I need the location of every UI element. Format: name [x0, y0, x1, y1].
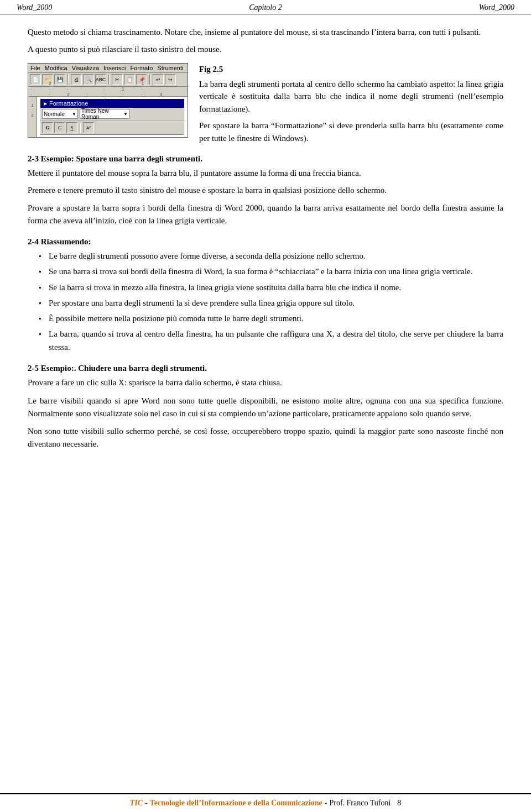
bullet-item-6: La barra, quando si trova al centro dell… [39, 328, 503, 354]
style-dropdown[interactable]: Normale ▼ [42, 109, 78, 119]
gcs-toolbar: G C S A² [40, 121, 184, 135]
section25-p3: Non sono tutte visibili sullo schermo pe… [28, 425, 503, 451]
page-container: Word_2000 Capitolo 2 Word_2000 Questo me… [0, 0, 531, 812]
section23-heading: 2-3 Esempio: Spostare una barra degli st… [28, 154, 503, 164]
header-right: Word_2000 [479, 3, 514, 12]
menu-file[interactable]: File [30, 65, 40, 71]
intro-p1: Questo metodo si chiama trascinamento. N… [28, 26, 503, 39]
ruler-vertical: · 1 · 2 [28, 97, 37, 137]
word-toolbar-sim: File Modifica Visualizza Inserisci Forma… [28, 63, 188, 138]
footer-dash1: - [145, 799, 148, 808]
figure-area: File Modifica Visualizza Inserisci Forma… [28, 63, 503, 144]
header-left: Word_2000 [17, 3, 52, 12]
ruler-area: · 2 · · · · 1 · · · · · · 1 · · · · 2 · … [28, 87, 188, 97]
menu-formato[interactable]: Formato [130, 65, 153, 71]
doc-content-area: ▶ Formattazione Normale ▼ Times Ne [37, 97, 188, 137]
blue-titlebar: ▶ Formattazione [40, 99, 184, 108]
btn-c[interactable]: C [54, 122, 65, 133]
titlebar-arrow: ▶ [44, 101, 47, 106]
menu-modifica[interactable]: Modifica [45, 65, 67, 71]
btn-s[interactable]: S [66, 122, 77, 133]
footer-dash2: - [325, 799, 327, 808]
page-footer: TIC - Tecnologie dell’Informazione e del… [0, 793, 531, 812]
bullet-item-3: Se la barra si trova in mezzo alla fines… [39, 281, 503, 294]
style-value: Normale [44, 111, 65, 117]
font-dropdown[interactable]: Times New Roman ▼ [80, 109, 129, 119]
section23-p3: Provare a spostare la barra sopra i bord… [28, 202, 503, 228]
footer-prof: Prof. Franco Tufoni [329, 799, 391, 808]
figure-caption: Fig 2.5 La barra degli strumenti portata… [199, 63, 503, 144]
bullet-item-4: Per spostare una barra degli strumenti l… [39, 297, 503, 310]
toolbar-menubar: File Modifica Visualizza Inserisci Forma… [28, 64, 188, 73]
gcs-sep [80, 123, 81, 133]
menu-strumenti[interactable]: Strumenti [157, 65, 183, 71]
section23-p2: Premere e tenere premuto il tasto sinist… [28, 184, 503, 197]
bullet-item-1: Le barre degli strumenti possono avere f… [39, 250, 503, 263]
titlebar-label: Formattazione [49, 100, 88, 107]
section25-p2: Le barre visibili quando si apre Word no… [28, 395, 503, 421]
intro-p2: A questo punto si può rilasciare il tast… [28, 43, 503, 56]
section25-p1: Provare a fare un clic sulla X: sparisce… [28, 376, 503, 389]
bullet-item-5: È possibile mettere nella posizione più … [39, 312, 503, 325]
fmt-toolbar-row: Normale ▼ Times New Roman ▼ [40, 108, 184, 121]
section25-heading-suffix: . [205, 364, 207, 373]
font-dd-arrow: ▼ [123, 112, 128, 117]
fig-label: Fig 2.5 [199, 63, 503, 76]
style-dd-arrow: ▼ [72, 112, 76, 117]
doc-area: · 1 · 2 ▶ Formattazione [28, 97, 188, 137]
figure-image: File Modifica Visualizza Inserisci Forma… [28, 63, 188, 138]
footer-bold-title: Tecnologie dell’Informazione e della Com… [150, 799, 322, 808]
section24-heading: 2-4 Riassumendo: [28, 237, 503, 247]
section25-heading-plain: 2-5 Esempio:. [28, 364, 78, 373]
menu-inserisci[interactable]: Inserisci [103, 65, 126, 71]
bullet-list: Le barre degli strumenti possono avere f… [39, 250, 503, 354]
section25-heading-bold: Chiudere una barra degli strumenti [78, 364, 205, 373]
header-center: Capitolo 2 [249, 3, 282, 12]
fig-caption-text2: Per spostare la barra “Formattazione” si… [199, 119, 503, 144]
footer-page: 8 [397, 799, 401, 808]
btn-extra1[interactable]: A² [83, 122, 94, 133]
font-value: Times New Roman [81, 108, 122, 120]
section23-p1: Mettere il puntatore del mouse sopra la … [28, 167, 503, 180]
fig-caption-text: La barra degli strumenti portata al cent… [199, 78, 503, 116]
section25-heading: 2-5 Esempio:. Chiudere una barra degli s… [28, 364, 503, 373]
footer-tic: TIC [130, 799, 143, 808]
bullet-item-2: Se una barra si trova sui bordi della fi… [39, 265, 503, 278]
page-header: Word_2000 Capitolo 2 Word_2000 [0, 0, 531, 15]
menu-visualizza[interactable]: Visualizza [72, 65, 99, 71]
btn-g[interactable]: G [42, 122, 53, 133]
main-content: Questo metodo si chiama trascinamento. N… [0, 15, 531, 793]
